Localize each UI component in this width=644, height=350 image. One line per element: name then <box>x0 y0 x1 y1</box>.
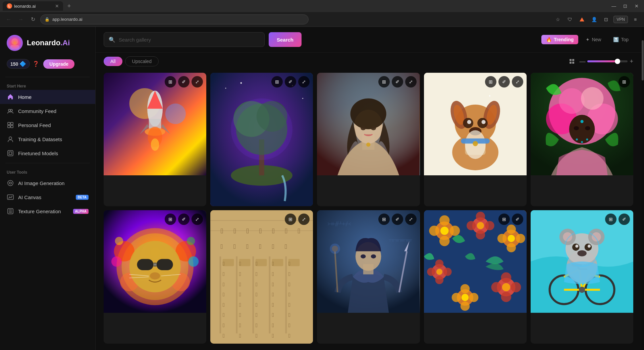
expand-action-button[interactable]: ⤢ <box>298 214 310 225</box>
grid-action-button[interactable]: ⊞ <box>619 76 630 88</box>
menu-icon[interactable]: ≡ <box>631 15 640 24</box>
svg-rect-18 <box>572 62 574 64</box>
new-tab-button[interactable]: + <box>64 1 74 11</box>
gallery-item[interactable]: ᚛ᚑᚌᚆᚐᚋ᚜ ᚁᚂᚃᚄᚅ <box>317 210 420 344</box>
expand-action-button[interactable]: ⤢ <box>192 214 203 225</box>
edit-action-button[interactable]: ✐ <box>392 214 403 225</box>
edit-action-button[interactable]: ✐ <box>512 214 523 225</box>
svg-point-230 <box>588 245 591 248</box>
gallery-container[interactable]: ⊞ ✐ ⤢ <box>96 70 641 350</box>
sidebar-item-training[interactable]: Training & Datasets <box>0 132 95 146</box>
sidebar-item-community[interactable]: Community Feed <box>0 104 95 118</box>
item-overlay: ⊞ ✐ <box>531 210 633 228</box>
sidebar-item-ai-canvas[interactable]: AI Canvas BETA <box>0 190 95 204</box>
expand-action-button[interactable]: ⤢ <box>298 76 310 88</box>
tab-close-button[interactable]: ✕ <box>55 3 59 9</box>
forward-button[interactable]: → <box>16 15 25 24</box>
search-input[interactable] <box>119 37 260 43</box>
sidebar-item-texture[interactable]: Texture Generation ALPHA <box>0 204 95 218</box>
minimize-button[interactable]: — <box>609 1 619 11</box>
expand-action-button[interactable]: ⤢ <box>512 76 523 88</box>
gallery-item[interactable]: ⊞ <box>531 73 633 206</box>
upscaled-filter-tab[interactable]: Upscaled <box>125 56 159 66</box>
vpn-badge[interactable]: VPN <box>613 16 628 23</box>
app-wrapper: Leonardo.Ai 150 🔷 ❓ Upgrade Start Here H… <box>0 27 644 350</box>
help-icon[interactable]: ❓ <box>33 61 39 67</box>
back-button[interactable]: ← <box>4 15 13 24</box>
grid-view-button[interactable] <box>567 56 577 67</box>
browser-chrome: L leonardo.ai ✕ + — ⊡ ✕ ← → ↻ 🔒 app.leon… <box>0 0 644 27</box>
extensions-icon[interactable]: ⊡ <box>601 15 611 24</box>
zoom-thumb[interactable] <box>615 59 620 64</box>
grid-action-button[interactable]: ⊞ <box>498 214 510 225</box>
profile-icon[interactable]: 👤 <box>589 15 599 24</box>
gallery-item[interactable]: 𓀀 𓂀 𓃒 𓅓 𓇋 𓈖 𓉐 𓊪 𓋴 𓌀 <box>210 210 313 344</box>
new-sort-button[interactable]: ✦ New <box>581 35 606 44</box>
scroll-thumb[interactable] <box>642 40 644 80</box>
sidebar-item-personal[interactable]: Personal Feed <box>0 118 95 132</box>
svg-point-193 <box>427 268 435 276</box>
expand-action-button[interactable]: ⤢ <box>192 76 203 88</box>
all-filter-tab[interactable]: All <box>104 57 122 66</box>
gallery-item[interactable]: ⊞ ✐ <box>424 210 527 344</box>
sidebar-item-training-label: Training & Datasets <box>18 136 62 142</box>
sidebar-item-finetuned[interactable]: Finetuned Models <box>0 146 95 160</box>
zoom-slider[interactable] <box>587 60 628 62</box>
top-icon: 🔝 <box>613 37 619 42</box>
grid-action-button[interactable]: ⊞ <box>285 214 296 225</box>
gallery-item[interactable]: ⊞ ✐ ⤢ <box>424 73 527 206</box>
zoom-plus-button[interactable]: + <box>630 58 633 65</box>
grid-action-button[interactable]: ⊞ <box>165 214 176 225</box>
grid-action-button[interactable]: ⊞ <box>378 214 390 225</box>
sidebar-item-home[interactable]: Home <box>0 90 95 104</box>
triangle-icon[interactable] <box>577 15 587 24</box>
grid-action-button[interactable]: ⊞ <box>378 76 390 88</box>
search-button[interactable]: Search <box>269 32 302 47</box>
active-tab[interactable]: L leonardo.ai ✕ <box>3 1 63 11</box>
upgrade-button[interactable]: Upgrade <box>43 59 74 69</box>
edit-action-button[interactable]: ✐ <box>178 76 190 88</box>
texture-icon <box>7 208 14 215</box>
search-input-wrapper[interactable]: 🔍 <box>104 32 265 47</box>
bookmark-icon[interactable]: ☆ <box>553 15 562 24</box>
svg-point-194 <box>443 268 451 276</box>
close-window-button[interactable]: ✕ <box>632 1 641 11</box>
grid-action-button[interactable]: ⊞ <box>271 76 283 88</box>
logo-area[interactable]: Leonardo.Ai <box>0 32 95 58</box>
sidebar-item-ai-image[interactable]: AI Image Generation <box>0 176 95 190</box>
scrollbar[interactable] <box>641 27 644 350</box>
zoom-minus-button[interactable]: — <box>579 58 585 65</box>
edit-action-button[interactable]: ✐ <box>285 76 296 88</box>
edit-action-button[interactable]: ✐ <box>498 76 510 88</box>
svg-point-225 <box>563 232 572 242</box>
gallery-item[interactable]: ⊞ ✐ ⤢ <box>104 210 206 344</box>
personal-feed-icon <box>7 121 14 129</box>
trending-sort-button[interactable]: 🔥 Trending <box>541 35 578 44</box>
grid-action-button[interactable]: ⊞ <box>485 76 496 88</box>
gallery-item[interactable]: ⊞ ✐ ⤢ <box>104 73 206 206</box>
svg-point-70 <box>580 120 583 123</box>
sidebar-item-finetuned-label: Finetuned Models <box>18 151 58 156</box>
maximize-button[interactable]: ⊡ <box>621 1 630 11</box>
edit-action-button[interactable]: ✐ <box>178 214 190 225</box>
top-sort-button[interactable]: 🔝 Top <box>608 35 633 44</box>
shield-icon[interactable]: 🛡 <box>565 15 575 24</box>
expand-action-button[interactable]: ⤢ <box>405 76 417 88</box>
gallery-item[interactable]: ⊞ ✐ ⤢ <box>317 73 420 206</box>
svg-text:𓀖: 𓀖 <box>239 302 241 308</box>
svg-text:𓀈: 𓀈 <box>256 271 258 277</box>
address-bar[interactable]: 🔒 app.leonardo.ai <box>40 14 309 24</box>
edit-action-button[interactable]: ✐ <box>392 76 403 88</box>
edit-action-button[interactable]: ✐ <box>619 214 630 225</box>
gallery-item[interactable]: ⊞ ✐ ⤢ <box>210 73 313 206</box>
grid-action-button[interactable]: ⊞ <box>605 214 616 225</box>
svg-point-3 <box>8 109 10 111</box>
expand-action-button[interactable]: ⤢ <box>405 214 417 225</box>
svg-point-191 <box>435 259 443 268</box>
grid-action-button[interactable]: ⊞ <box>165 76 176 88</box>
refresh-button[interactable]: ↻ <box>28 15 38 24</box>
gallery-item[interactable]: ⊞ ✐ <box>531 210 633 344</box>
svg-point-42 <box>361 126 366 130</box>
search-icon: 🔍 <box>109 37 115 43</box>
svg-text:𓀓: 𓀓 <box>272 291 274 298</box>
